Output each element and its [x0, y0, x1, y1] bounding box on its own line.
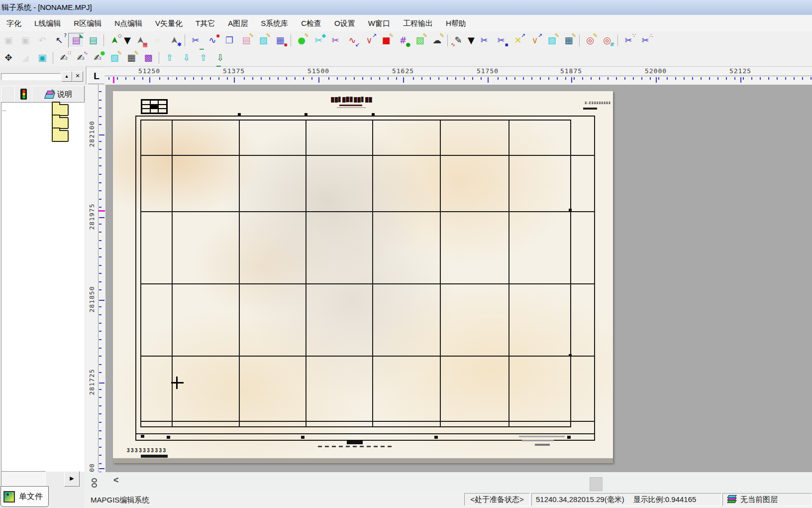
reshape-line-button[interactable]: ∨↗	[527, 33, 543, 48]
node-split-alt-button[interactable]: ✂∴	[637, 33, 653, 48]
paper-bottom-shadow	[113, 458, 613, 463]
extend-line-button[interactable]: ✕↗	[510, 33, 526, 48]
node-edit-button[interactable]: ∿▪	[204, 33, 220, 48]
region-edit-button[interactable]: ●✎	[294, 33, 309, 48]
panel-collapse-button[interactable]: ▲	[61, 71, 72, 82]
status-layer-field: 无当前图层	[722, 493, 812, 506]
vectorize-trace-button[interactable]: ➤◇	[106, 33, 122, 48]
contour-grid-button[interactable]: ◎#	[599, 33, 615, 48]
contour-edit-button[interactable]: ◎✎	[582, 33, 598, 48]
panel-hscrollbar[interactable]	[1, 471, 46, 486]
cut-segment-button[interactable]: ✂▪	[493, 33, 509, 48]
display-settings-button[interactable]: ▣	[34, 50, 50, 65]
layer-down-button[interactable]: ⇩	[179, 50, 195, 65]
pan-button[interactable]: ✥	[0, 50, 16, 65]
table-edit-3-button[interactable]: ▦✎	[123, 50, 139, 65]
edit-attr-table-button[interactable]: ▦▪	[272, 33, 288, 48]
tab-single-file[interactable]: 单文件	[0, 486, 49, 507]
tree-header-blank-cell	[1, 86, 15, 103]
context-help-button[interactable]: ↖?	[51, 33, 67, 48]
hruler-minor-tick	[557, 77, 558, 80]
menu-item[interactable]: L线编辑	[28, 15, 67, 31]
vruler-minor-tick	[99, 141, 102, 142]
node-split-button[interactable]: ✂∵	[620, 33, 636, 48]
map-subtitle-line	[339, 105, 362, 106]
print-button[interactable]: ▤	[85, 33, 101, 48]
region-split-button[interactable]: ✂	[327, 33, 343, 48]
menu-item[interactable]: W窗口	[362, 15, 397, 31]
copy-button[interactable]: ❐	[221, 33, 237, 48]
edit-file-button[interactable]: ▧✎	[255, 33, 271, 48]
tab-layer-state[interactable]	[14, 86, 32, 103]
menu-item[interactable]: 工程输出	[397, 15, 439, 31]
select-region-button[interactable]: ✍●	[90, 50, 105, 65]
table-edit-2-button[interactable]: ▦✎	[561, 33, 577, 48]
menu-item[interactable]: A图层	[221, 15, 254, 31]
cut-point-button[interactable]: ✂	[476, 33, 492, 48]
scroll-left-arrow[interactable]: <	[113, 475, 119, 486]
scanned-map-sheet[interactable]: ██▋█▉▊██▋██ 3·Z33333333 3333333333	[113, 91, 613, 463]
hruler-minor-tick	[202, 77, 203, 80]
select-line-button[interactable]: ✍∿	[73, 50, 89, 65]
title-bar[interactable]: 辑子系统 - [NONAME.MPJ]	[0, 0, 812, 15]
vruler-minor-tick	[99, 124, 102, 125]
menu-item[interactable]: S系统库	[254, 15, 295, 31]
map-canvas[interactable]: ██▋█▉▊██▋██ 3·Z33333333 3333333333	[105, 85, 812, 472]
rect-fill-edit-button[interactable]: ■✎	[378, 33, 394, 48]
trace-search-button[interactable]: ➤✱	[166, 33, 182, 48]
toolbar-separator	[157, 52, 161, 64]
layer-bottom-button[interactable]: ⇩▁	[212, 50, 228, 65]
draw-pencil-dropdown[interactable]: ▼	[467, 33, 475, 48]
hruler-minor-tick	[337, 77, 338, 80]
hruler-minor-tick	[134, 77, 135, 80]
menu-item[interactable]: 字化	[0, 15, 28, 31]
file-edit-3-button[interactable]: ▧✎	[106, 50, 122, 65]
menu-item[interactable]: N点编辑	[108, 15, 149, 31]
ruler-origin-button[interactable]: L	[88, 69, 105, 84]
folder-icon[interactable]	[52, 130, 69, 142]
menu-item[interactable]: V矢量化	[149, 15, 189, 31]
hatch-edit-button[interactable]: ▨✎	[412, 33, 428, 48]
region-cut-button[interactable]: ✂◆	[310, 33, 326, 48]
menu-item[interactable]: H帮助	[439, 15, 473, 31]
vruler-minor-tick	[99, 289, 102, 290]
cloud-edit-button[interactable]: ☁✎	[429, 33, 445, 48]
trace-point-button[interactable]: ➤▦	[132, 33, 148, 48]
file-edit-2-button[interactable]: ▧✎	[544, 33, 560, 48]
hruler-minor-tick	[278, 77, 279, 80]
layer-up-button[interactable]: ⇧	[162, 50, 178, 65]
clip-line-button[interactable]: ✂	[188, 33, 203, 48]
project-tree[interactable]: ...	[1, 102, 85, 472]
pattern-edit-button[interactable]: ▩	[140, 50, 156, 65]
vectorize-options-dropdown[interactable]: ▼	[123, 33, 131, 48]
menu-item[interactable]: C检查	[295, 15, 328, 31]
hruler-label: 52125	[725, 67, 755, 75]
vruler-major-tick	[99, 134, 104, 135]
menu-item[interactable]: R区编辑	[67, 15, 108, 31]
map-corner-mark	[569, 354, 572, 357]
tab-description[interactable]: ✎ 说明	[32, 86, 85, 103]
map-grid-vline	[305, 120, 306, 427]
arc-edit-button[interactable]: ∿↙	[344, 33, 360, 48]
hruler-minor-tick	[743, 77, 744, 80]
menu-item[interactable]: T其它	[189, 15, 221, 31]
scrollbar-thumb[interactable]	[590, 477, 603, 491]
map-scale-dashes	[318, 446, 393, 447]
print-preview-button[interactable]: ▤◣	[68, 33, 84, 48]
draw-pencil-button[interactable]: ✎∿	[450, 33, 466, 48]
menu-item[interactable]: O设置	[328, 15, 362, 31]
hruler-minor-tick	[692, 77, 693, 80]
grid-edit-button[interactable]: #●	[395, 33, 411, 48]
hruler-minor-tick	[582, 77, 583, 80]
layer-top-button[interactable]: ⇧▔	[196, 50, 211, 65]
panel-close-button[interactable]: ✕	[72, 71, 83, 82]
hruler-minor-tick	[125, 77, 126, 80]
polyline-edit-button[interactable]: ∨↗	[361, 33, 377, 48]
vruler-major-tick	[99, 217, 104, 218]
select-point-button[interactable]: ✍∷	[56, 50, 72, 65]
canvas-hscrollbar[interactable]: <	[85, 472, 812, 492]
edit-note-button[interactable]: ▤✎	[238, 33, 254, 48]
panel-scroll-right-button[interactable]: ▶	[64, 471, 80, 487]
hruler-minor-tick	[455, 77, 456, 80]
panel-slider-track[interactable]	[1, 73, 61, 80]
